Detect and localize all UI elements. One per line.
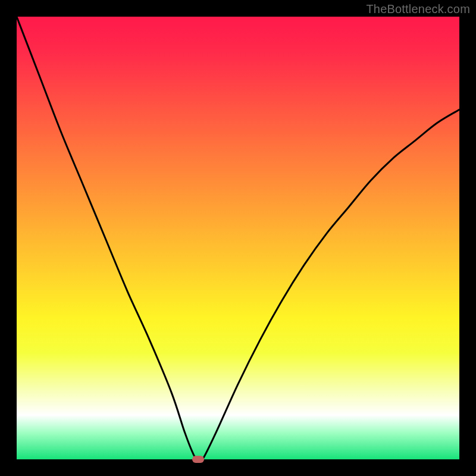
- optimum-marker: [192, 456, 204, 463]
- chart-plot-area: [17, 17, 459, 459]
- bottleneck-curve: [17, 17, 459, 459]
- watermark-text: TheBottleneck.com: [366, 2, 470, 16]
- curve-path: [17, 17, 459, 459]
- chart-frame: TheBottleneck.com: [0, 0, 476, 476]
